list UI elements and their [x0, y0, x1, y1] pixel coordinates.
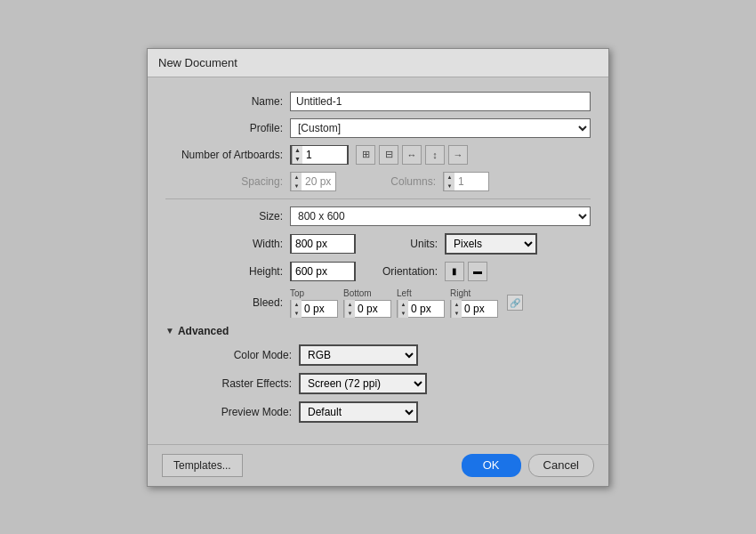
bleed-left-item: Left ▲ ▼: [397, 288, 445, 318]
preview-mode-select[interactable]: Default: [301, 403, 416, 421]
name-row: Name:: [165, 92, 591, 111]
profile-label: Profile:: [165, 122, 290, 134]
artboards-row: Number of Artboards: ▲ ▼ ⊞ ⊟ ↔ ↕ →: [165, 145, 591, 165]
bleed-bottom-item: Bottom ▲ ▼: [343, 288, 391, 318]
columns-spinner[interactable]: ▲ ▼: [444, 173, 454, 190]
columns-label: Columns:: [336, 175, 443, 188]
name-input[interactable]: [290, 92, 591, 111]
right-to-left-icon[interactable]: →: [448, 145, 468, 165]
bleed-group: Top ▲ ▼ Bottom ▲ ▼: [290, 288, 591, 318]
height-input[interactable]: [292, 263, 354, 280]
bleed-row: Bleed: Top ▲ ▼ Bottom: [165, 288, 591, 318]
arrange-horizontal-icon[interactable]: ↔: [402, 145, 422, 165]
templates-button[interactable]: Templates...: [162, 454, 243, 477]
units-select[interactable]: Pixels: [446, 235, 535, 253]
width-input-wrap: [290, 234, 356, 254]
artboards-spinner[interactable]: ▲ ▼: [292, 146, 302, 164]
bleed-top-label: Top: [290, 288, 304, 298]
bleed-left-wrap: ▲ ▼: [397, 300, 445, 318]
bleed-bottom-wrap: ▲ ▼: [343, 300, 391, 318]
color-mode-label: Color Mode:: [174, 349, 299, 361]
bleed-top-wrap: ▲ ▼: [290, 300, 338, 318]
bleed-bottom-up[interactable]: ▲: [345, 300, 355, 309]
spacing-up[interactable]: ▲: [292, 173, 302, 182]
bleed-left-label: Left: [397, 288, 412, 298]
height-input-wrap: [290, 262, 356, 281]
profile-row: Profile: [Custom]: [165, 118, 591, 138]
ok-button[interactable]: OK: [462, 454, 521, 477]
bleed-top-spinner[interactable]: ▲ ▼: [291, 300, 302, 318]
spacing-down[interactable]: ▼: [292, 182, 302, 190]
columns-down[interactable]: ▼: [445, 182, 454, 190]
divider-1: [165, 198, 591, 199]
portrait-btn[interactable]: ▮: [445, 262, 464, 281]
bleed-link-icon[interactable]: 🔗: [507, 295, 523, 311]
bleed-top-input[interactable]: [302, 301, 337, 317]
advanced-header[interactable]: ▼ Advanced: [165, 325, 591, 337]
width-row: Width: Units: Pixels: [165, 233, 591, 255]
artboard-layout-icons: ⊞ ⊟ ↔ ↕ →: [356, 145, 468, 165]
bleed-right-label: Right: [450, 288, 470, 298]
orientation-label: Orientation:: [356, 265, 445, 278]
artboards-up-arrow[interactable]: ▲: [293, 146, 302, 155]
bleed-top-up[interactable]: ▲: [292, 300, 302, 309]
artboards-down-arrow[interactable]: ▼: [293, 155, 302, 164]
width-label: Width:: [165, 238, 290, 250]
bleed-bottom-down[interactable]: ▼: [345, 309, 355, 318]
spacing-row: Spacing: ▲ ▼ Columns: ▲ ▼: [165, 172, 591, 191]
orientation-icons: ▮ ▬: [445, 262, 487, 281]
artboards-input[interactable]: [302, 146, 347, 164]
grid-by-row-icon[interactable]: ⊞: [356, 145, 375, 165]
bleed-right-spinner[interactable]: ▲ ▼: [451, 300, 462, 318]
preview-mode-row: Preview Mode: Default: [174, 401, 591, 423]
arrange-vertical-icon[interactable]: ↕: [425, 145, 445, 165]
landscape-btn[interactable]: ▬: [468, 262, 487, 281]
bleed-left-spinner[interactable]: ▲ ▼: [398, 300, 408, 318]
bleed-left-up[interactable]: ▲: [398, 300, 408, 309]
cancel-button[interactable]: Cancel: [528, 454, 594, 477]
bleed-right-down[interactable]: ▼: [452, 309, 462, 318]
bleed-right-input[interactable]: [462, 301, 497, 317]
bleed-left-input[interactable]: [408, 301, 444, 317]
color-mode-select[interactable]: RGB: [301, 346, 416, 364]
advanced-section: Color Mode: RGB Raster Effects: Screen (…: [165, 344, 591, 423]
size-select[interactable]: 800 x 600: [290, 206, 591, 226]
spacing-label: Spacing:: [165, 175, 290, 188]
bleed-label: Bleed:: [165, 296, 290, 309]
color-mode-select-wrap: RGB: [299, 344, 418, 366]
width-input[interactable]: [292, 235, 354, 253]
profile-select[interactable]: [Custom]: [290, 118, 591, 138]
size-row: Size: 800 x 600: [165, 206, 591, 226]
artboards-label: Number of Artboards:: [165, 149, 290, 161]
advanced-title: Advanced: [178, 325, 229, 337]
bleed-top-item: Top ▲ ▼: [290, 288, 338, 318]
artboards-input-wrap: ▲ ▼: [290, 145, 349, 165]
raster-effects-label: Raster Effects:: [174, 377, 299, 390]
grid-by-col-icon[interactable]: ⊟: [379, 145, 398, 165]
bleed-bottom-spinner[interactable]: ▲ ▼: [344, 300, 355, 318]
bleed-right-up[interactable]: ▲: [452, 300, 462, 309]
advanced-arrow-icon: ▼: [165, 326, 174, 336]
height-row: Height: Orientation: ▮ ▬: [165, 262, 591, 281]
raster-effects-select-wrap: Screen (72 ppi): [299, 373, 427, 394]
raster-effects-select[interactable]: Screen (72 ppi): [301, 375, 425, 392]
color-mode-row: Color Mode: RGB: [174, 344, 591, 366]
bleed-top-down[interactable]: ▼: [292, 309, 302, 318]
columns-up[interactable]: ▲: [445, 173, 454, 182]
bleed-right-wrap: ▲ ▼: [450, 300, 498, 318]
raster-effects-row: Raster Effects: Screen (72 ppi): [174, 373, 591, 394]
spacing-spinner[interactable]: ▲ ▼: [291, 173, 302, 190]
dialog-title: New Document: [148, 49, 608, 77]
bleed-bottom-input[interactable]: [355, 301, 390, 317]
preview-mode-select-wrap: Default: [299, 401, 418, 423]
name-label: Name:: [165, 95, 290, 108]
columns-input[interactable]: [454, 173, 488, 190]
units-label: Units:: [356, 238, 445, 250]
bleed-left-down[interactable]: ▼: [398, 309, 408, 318]
bleed-bottom-label: Bottom: [343, 288, 372, 298]
spacing-input-wrap: ▲ ▼: [290, 172, 336, 191]
units-select-wrap: Pixels: [445, 233, 537, 255]
footer-right: OK Cancel: [462, 454, 594, 477]
dialog-body: Name: Profile: [Custom] Number of Artboa…: [148, 77, 608, 444]
spacing-input[interactable]: [302, 173, 335, 190]
